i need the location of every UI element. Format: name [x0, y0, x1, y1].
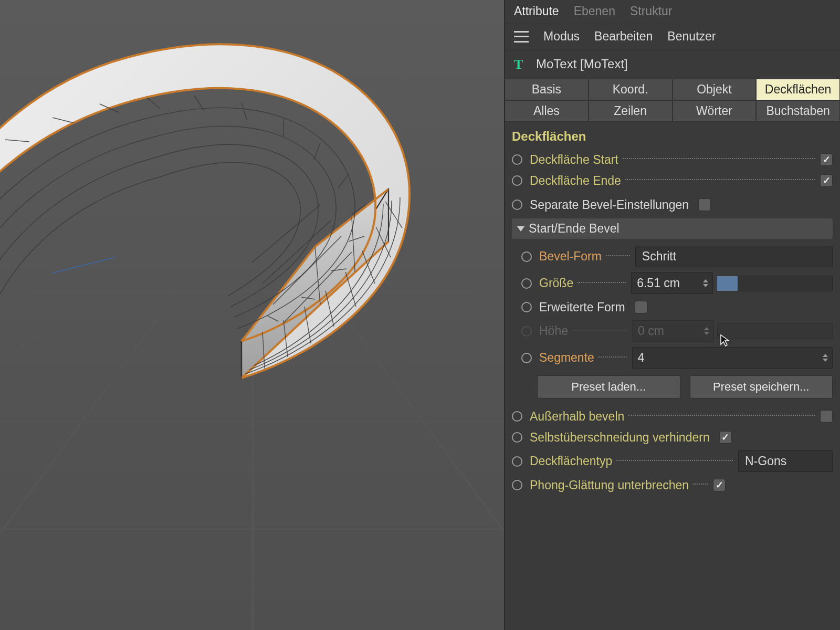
menu-icon[interactable]: [514, 31, 529, 43]
anim-dot[interactable]: [521, 251, 532, 262]
label-erweiterte-form: Erweiterte Form: [539, 300, 625, 314]
group-start-ende-bevel[interactable]: Start/Ende Bevel: [512, 218, 833, 239]
slider-hoehe: [717, 323, 833, 339]
spinner-icon[interactable]: [703, 275, 710, 292]
panel-menubar: Modus Bearbeiten Benutzer: [505, 24, 840, 50]
label-aussen-beveln: Außerhalb beveln: [530, 410, 624, 424]
svg-line-34: [352, 217, 355, 272]
anim-dot: [521, 326, 532, 337]
spinner-icon: [704, 322, 711, 340]
3d-viewport[interactable]: [0, 0, 504, 630]
subtab-deckflaechen[interactable]: Deckflächen: [756, 79, 840, 100]
anim-dot[interactable]: [512, 154, 522, 165]
svg-line-27: [326, 291, 334, 327]
subtab-koord[interactable]: Koord.: [589, 79, 673, 100]
tab-struktur[interactable]: Struktur: [630, 4, 673, 18]
check-deck-start[interactable]: [820, 153, 833, 166]
select-deckflaechentyp[interactable]: N-Gons: [738, 450, 833, 472]
svg-line-12: [147, 98, 161, 109]
subtab-objekt[interactable]: Objekt: [673, 79, 757, 100]
input-hoehe: 0 cm: [632, 320, 714, 342]
svg-line-13: [194, 96, 204, 110]
section-title: Deckflächen: [505, 122, 840, 149]
tab-attribute[interactable]: Attribute: [514, 4, 559, 18]
anim-dot[interactable]: [512, 175, 522, 186]
check-deck-end[interactable]: [820, 174, 833, 187]
svg-line-32: [315, 247, 320, 304]
check-aussen-beveln[interactable]: [820, 410, 833, 423]
anim-dot[interactable]: [512, 411, 522, 422]
svg-line-19: [349, 236, 364, 242]
svg-line-17: [338, 174, 349, 188]
subtab-alles[interactable]: Alles: [505, 100, 589, 122]
menu-bearbeiten[interactable]: Bearbeiten: [594, 29, 653, 44]
input-groesse[interactable]: 6.51 cm: [631, 272, 713, 294]
label-deck-end: Deckfläche Ende: [530, 174, 621, 188]
svg-line-20: [331, 269, 346, 271]
menu-benutzer[interactable]: Benutzer: [667, 29, 716, 44]
anim-dot[interactable]: [521, 302, 532, 312]
label-separate-bevel: Separate Bevel-Einstellungen: [530, 198, 689, 212]
anim-dot[interactable]: [512, 200, 522, 210]
label-bevel-form: Bevel-Form: [539, 249, 602, 264]
attribute-panel: Attribute Ebenen Struktur Modus Bearbeit…: [504, 0, 840, 630]
svg-line-26: [304, 307, 311, 343]
label-selbstueberschneidung: Selbstüberschneidung verhindern: [530, 430, 710, 445]
select-bevel-form[interactable]: Schritt: [635, 246, 833, 267]
svg-line-14: [242, 103, 247, 120]
object-name: MoText [MoText]: [536, 57, 628, 71]
object-header: T MoText [MoText]: [505, 50, 840, 79]
svg-line-21: [301, 297, 315, 299]
label-deck-start: Deckfläche Start: [530, 153, 618, 167]
svg-line-9: [5, 140, 29, 142]
svg-line-28: [345, 272, 356, 307]
anim-dot[interactable]: [512, 432, 522, 443]
input-segmente[interactable]: 4: [632, 347, 833, 369]
svg-line-25: [284, 320, 288, 357]
subtab-buchstaben[interactable]: Buchstaben: [756, 100, 840, 122]
check-separate-bevel[interactable]: [698, 198, 711, 211]
anim-dot[interactable]: [512, 456, 522, 467]
label-groesse: Größe: [539, 276, 573, 290]
tab-ebenen[interactable]: Ebenen: [574, 4, 615, 18]
preset-save-button[interactable]: Preset speichern...: [690, 375, 833, 398]
subtab-basis[interactable]: Basis: [505, 79, 589, 100]
check-phong[interactable]: [713, 479, 726, 491]
label-phong: Phong-Glättung unterbrechen: [530, 478, 689, 492]
preview-mesh: [0, 0, 504, 630]
anim-dot[interactable]: [521, 353, 532, 363]
preset-load-button[interactable]: Preset laden...: [537, 375, 680, 398]
svg-line-18: [352, 205, 365, 214]
label-segmente: Segmente: [539, 351, 594, 365]
svg-line-29: [362, 251, 375, 284]
svg-line-10: [52, 118, 74, 123]
svg-line-11: [100, 104, 119, 112]
subtab-grid: Basis Koord. Objekt Deckflächen Alles Ze…: [505, 79, 840, 122]
label-deckflaechentyp: Deckflächentyp: [530, 454, 612, 468]
anim-dot[interactable]: [521, 278, 532, 289]
slider-groesse[interactable]: [716, 276, 833, 291]
svg-line-24: [262, 332, 265, 369]
anim-dot[interactable]: [512, 480, 522, 490]
spinner-icon[interactable]: [823, 349, 830, 366]
svg-line-30: [376, 227, 391, 257]
motext-icon: T: [514, 57, 529, 71]
menu-modus[interactable]: Modus: [543, 29, 580, 44]
group-title: Start/Ende Bevel: [529, 222, 620, 236]
svg-line-35: [52, 257, 116, 273]
subtab-zeilen[interactable]: Zeilen: [589, 100, 673, 122]
svg-line-16: [314, 143, 320, 160]
check-erweiterte-form[interactable]: [635, 301, 647, 313]
panel-tabs: Attribute Ebenen Struktur: [505, 0, 840, 24]
subtab-woerter[interactable]: Wörter: [673, 100, 757, 122]
check-selbstueberschneidung[interactable]: [719, 431, 732, 444]
svg-line-22: [268, 316, 278, 321]
label-hoehe: Höhe: [539, 324, 568, 338]
svg-line-31: [385, 202, 402, 228]
disclosure-icon: [517, 226, 524, 232]
